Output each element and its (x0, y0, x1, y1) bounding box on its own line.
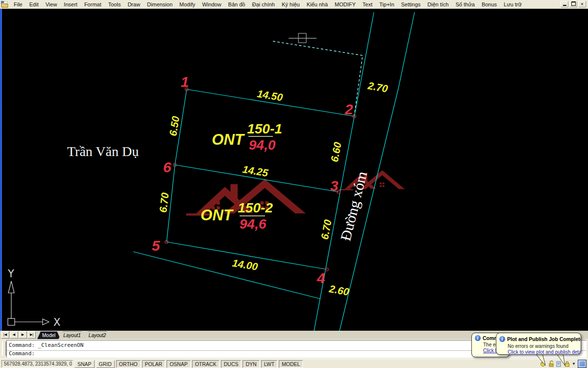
balloon-front-link[interactable]: Click to view plot and publish details..… (508, 349, 581, 355)
menu-view[interactable]: View (42, 1, 61, 8)
menu-dia-chinh[interactable]: Đại chính (248, 1, 278, 8)
window-controls: × (561, 1, 588, 7)
menu-dimension[interactable]: Dimension (144, 1, 176, 8)
tab-last-icon[interactable]: ▶| (27, 331, 36, 339)
clean-screen-button[interactable] (578, 360, 587, 368)
menu-bonus[interactable]: Bonus (478, 1, 500, 8)
coordinate-readout: 567928.4873, 2313574.3929, 0.0000 (1, 360, 73, 368)
menu-modify[interactable]: Modify (176, 1, 198, 8)
toggle-polar[interactable]: POLAR (142, 360, 166, 368)
menu-ban-do[interactable]: Bản đồ (225, 1, 249, 8)
menu-text[interactable]: Text (359, 1, 376, 8)
tab-model[interactable]: Model (37, 331, 60, 339)
tray-dropdown-icon[interactable]: ▼ (572, 362, 576, 366)
menu-format[interactable]: Format (81, 1, 105, 8)
toggle-otrack[interactable]: OTRACK (192, 360, 220, 368)
toggle-lwt[interactable]: LWT (261, 360, 277, 368)
app-icon[interactable] (1, 1, 8, 8)
menu-settings[interactable]: Settings (398, 1, 424, 8)
toggle-grid[interactable]: GRID (96, 360, 115, 368)
status-bar: 567928.4873, 2313574.3929, 0.0000 SNAP G… (0, 359, 588, 368)
restore-button[interactable] (569, 1, 577, 7)
menu-modify2[interactable]: MODIFY (331, 1, 359, 8)
toggle-dyn[interactable]: DYN (243, 360, 259, 368)
toggle-snap[interactable]: SNAP (74, 360, 95, 368)
command-window-grip[interactable] (2, 342, 6, 356)
close-button[interactable]: × (578, 1, 586, 7)
window-edge-strip (0, 8, 2, 331)
menu-window[interactable]: Window (198, 1, 224, 8)
toggle-osnap[interactable]: OSNAP (167, 360, 191, 368)
balloon-front-message: No errors or warnings found (508, 343, 578, 349)
tab-first-icon[interactable]: |◀ (1, 331, 9, 339)
tab-layout1[interactable]: Layout1 (58, 331, 86, 339)
plot-publish-balloon: Plot and Publish Job Complete × No error… (496, 333, 581, 355)
menu-luu-tru[interactable]: Lưu trữ (500, 1, 525, 8)
info-icon (475, 335, 481, 341)
menu-dien-tich[interactable]: Diện tích (424, 1, 452, 8)
info-icon (499, 336, 505, 342)
menu-edit[interactable]: Edit (26, 1, 42, 8)
menu-draw[interactable]: Draw (124, 1, 144, 8)
menu-ky-hieu[interactable]: Ký hiệu (278, 1, 303, 8)
menu-insert[interactable]: Insert (60, 1, 81, 8)
menu-tip-in[interactable]: Tip+In (376, 1, 397, 8)
menu-file[interactable]: File (10, 1, 26, 8)
toggle-ortho[interactable]: ORTHO (116, 360, 141, 368)
drawing-canvas[interactable] (0, 8, 588, 331)
tab-next-icon[interactable]: ▶ (19, 331, 27, 339)
balloon-front-title: Plot and Publish Job Complete (507, 336, 581, 342)
menu-kieu-nha[interactable]: Kiểu nhà (303, 1, 331, 8)
balloon-tails (532, 353, 568, 366)
menu-bar: File Edit View Insert Format Tools Draw … (0, 0, 588, 9)
tab-layout2[interactable]: Layout2 (84, 331, 111, 339)
minimize-button[interactable] (561, 1, 568, 7)
toggle-model[interactable]: MODEL (279, 360, 303, 368)
toggle-ducs[interactable]: DUCS (221, 360, 242, 368)
tab-prev-icon[interactable]: ◀ (10, 331, 18, 339)
menu-so-thua[interactable]: Số thửa (452, 1, 478, 8)
menu-tools[interactable]: Tools (105, 1, 124, 8)
tab-nav: |◀ ◀ ▶ ▶| (1, 331, 36, 339)
